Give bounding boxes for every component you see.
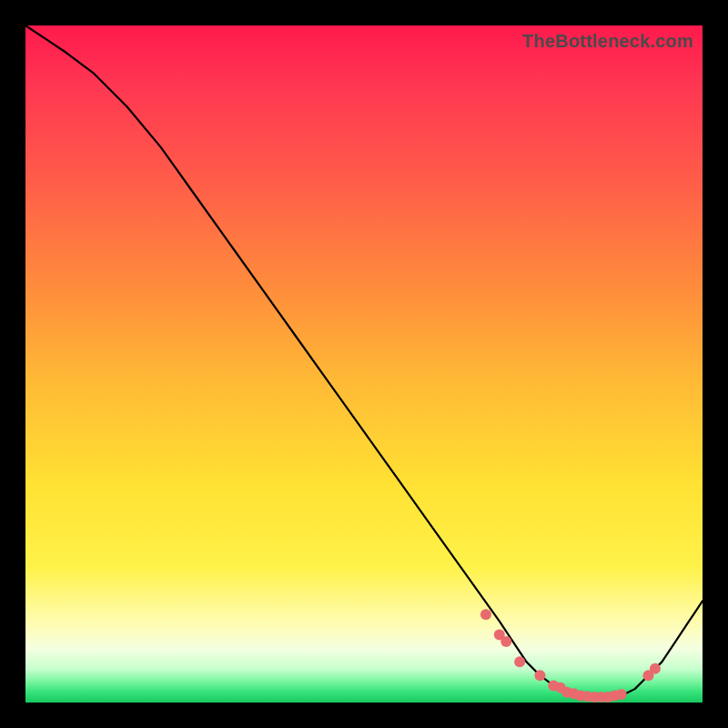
sample-dot: [514, 656, 525, 667]
chart-frame: TheBottleneck.com: [0, 0, 728, 728]
watermark-text: TheBottleneck.com: [522, 31, 693, 52]
sample-dot: [534, 670, 545, 681]
sample-dot: [650, 663, 661, 674]
sample-dot: [616, 689, 627, 700]
sample-dot: [480, 609, 491, 620]
plot-area: TheBottleneck.com: [25, 25, 703, 703]
bottleneck-curve: [25, 25, 703, 697]
sample-dot: [500, 636, 511, 647]
curve-layer: [25, 25, 703, 703]
